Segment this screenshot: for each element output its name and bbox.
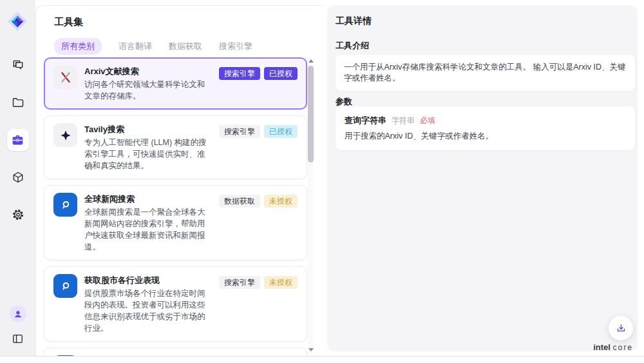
sidebar-item-files[interactable] (7, 92, 29, 113)
sidebar-item-tools[interactable] (7, 129, 29, 151)
intel-brand-text: intel (593, 342, 611, 352)
blue-search-icon (53, 193, 77, 217)
tool-list-panel: 工具集 所有类别 语言翻译 数据获取 搜索引擎 Arxiv文献搜索 访问各个研究… (35, 5, 322, 356)
tool-card-arxiv[interactable]: Arxiv文献搜索 访问各个研究领域大量科学论文和文章的存储库。 搜索引擎 已授… (44, 57, 307, 110)
tab-data-retrieval[interactable]: 数据获取 (169, 41, 202, 52)
tool-description: 专为人工智能代理 (LLM) 构建的搜索引擎工具，可快速提供实时、准确和真实的结… (84, 137, 212, 172)
chat-icon (12, 59, 24, 72)
app-logo-icon (7, 11, 28, 32)
tool-description: 提供股票市场各个行业在特定时间段内的表现。投资者可以利用这些信息来识别表现优于或… (84, 288, 212, 334)
tool-detail-panel: 工具详情 工具介绍 一个用于从Arxiv存储库搜索科学论文和文章的工具。 输入可… (327, 5, 638, 351)
detail-title: 工具详情 (336, 15, 372, 27)
collapse-sidebar-button[interactable] (10, 330, 26, 347)
scroll-down-arrow-icon[interactable] (308, 348, 314, 351)
param-name: 查询字符串 (345, 115, 386, 126)
toolbox-icon (11, 133, 24, 147)
category-badge: 数据获取 (219, 195, 260, 208)
category-badge: 搜索引擎 (219, 67, 260, 80)
arxiv-logo-icon (53, 65, 77, 89)
scrollbar-thumb[interactable] (308, 66, 314, 162)
sparkle-star-icon (53, 123, 77, 147)
gear-icon (12, 208, 24, 221)
category-badge: 搜索引擎 (219, 276, 260, 289)
sidebar-item-settings[interactable] (7, 204, 29, 226)
category-tabs: 所有类别 语言翻译 数据获取 搜索引擎 (54, 38, 252, 55)
param-type: 字符串 (392, 115, 415, 126)
auth-status-badge: 未授权 (264, 195, 298, 208)
core-brand-text: core (613, 343, 633, 352)
intro-heading: 工具介绍 (336, 40, 369, 52)
auth-status-badge: 已授权 (264, 67, 298, 80)
param-required-label: 必填 (420, 115, 435, 126)
sidebar-bottom (0, 306, 35, 347)
auth-status-badge: 已授权 (264, 125, 298, 138)
tool-name: 获取股市各行业表现 (84, 274, 212, 286)
cube-icon (12, 171, 24, 184)
app-window: 工具集 所有类别 语言翻译 数据获取 搜索引擎 Arxiv文献搜索 访问各个研究… (0, 0, 644, 363)
param-description: 用于搜索的Arxiv ID、关键字或作者姓名。 (345, 131, 626, 142)
collapse-panel-icon (12, 333, 24, 345)
tool-card-active-stocks[interactable]: 获取市场最活跃股票信息 提供当天交易量最高的股票列表，投资者可以利用这些信息来识… (44, 348, 307, 356)
tool-name: 全球新闻搜索 (84, 193, 212, 205)
scroll-up-arrow-icon[interactable] (308, 59, 314, 63)
folder-icon (12, 96, 24, 109)
sidebar-item-models[interactable] (7, 166, 29, 188)
auth-status-badge: 未授权 (264, 276, 298, 289)
tool-name: Tavily搜索 (84, 123, 212, 135)
tool-description: 全球新闻搜索是一个聚合全球各大新闻网站内容的搜索引擎，帮助用户快速获取全球最新资… (84, 206, 212, 253)
sidebar-nav (0, 54, 35, 226)
category-badge: 搜索引擎 (219, 125, 260, 138)
tool-name: Arxiv文献搜索 (84, 65, 212, 77)
user-avatar[interactable] (10, 306, 26, 322)
download-icon (616, 323, 627, 334)
download-button[interactable] (609, 316, 633, 340)
tool-card-sector-performance[interactable]: 获取股市各行业表现 提供股票市场各个行业在特定时间段内的表现。投资者可以利用这些… (44, 266, 307, 342)
tool-description: 访问各个研究领域大量科学论文和文章的存储库。 (84, 79, 212, 102)
tab-search-engine[interactable]: 搜索引擎 (219, 41, 252, 52)
param-card: 查询字符串 字符串 必填 用于搜索的Arxiv ID、关键字或作者姓名。 (336, 106, 635, 150)
blue-search-icon (53, 274, 77, 298)
intro-text-box: 一个用于从Arxiv存储库搜索科学论文和文章的工具。 输入可以是Arxiv ID… (336, 55, 635, 91)
sidebar-item-chat[interactable] (7, 54, 29, 76)
page-title: 工具集 (54, 16, 83, 28)
tool-card-global-news[interactable]: 全球新闻搜索 全球新闻搜索是一个聚合全球各大新闻网站内容的搜索引擎，帮助用户快速… (44, 185, 307, 260)
tab-language-translation[interactable]: 语言翻译 (118, 41, 152, 52)
tab-all-categories[interactable]: 所有类别 (54, 38, 102, 55)
sidebar (0, 0, 35, 356)
window-bottom-strip (0, 356, 644, 363)
user-icon (13, 309, 23, 319)
tool-card-list: Arxiv文献搜索 访问各个研究领域大量科学论文和文章的存储库。 搜索引擎 已授… (44, 57, 307, 356)
tool-card-tavily[interactable]: Tavily搜索 专为人工智能代理 (LLM) 构建的搜索引擎工具，可快速提供实… (44, 115, 307, 179)
list-scrollbar[interactable] (308, 57, 314, 353)
